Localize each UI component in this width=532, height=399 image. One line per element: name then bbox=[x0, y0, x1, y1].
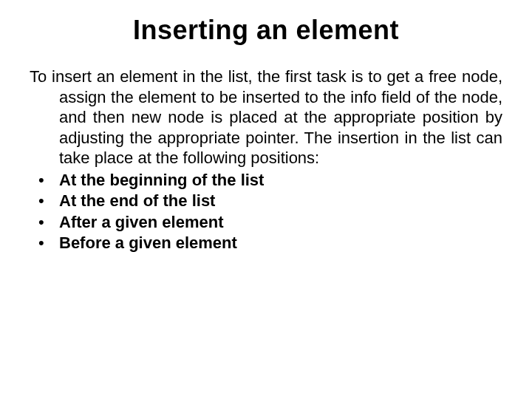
slide-title: Inserting an element bbox=[30, 15, 502, 46]
list-item: After a given element bbox=[30, 212, 502, 233]
position-list: At the beginning of the list At the end … bbox=[30, 170, 502, 254]
list-item: At the end of the list bbox=[30, 191, 502, 212]
intro-paragraph: To insert an element in the list, the fi… bbox=[30, 66, 502, 168]
list-item: At the beginning of the list bbox=[30, 170, 502, 191]
list-item: Before a given element bbox=[30, 233, 502, 254]
slide-content: To insert an element in the list, the fi… bbox=[30, 66, 502, 254]
